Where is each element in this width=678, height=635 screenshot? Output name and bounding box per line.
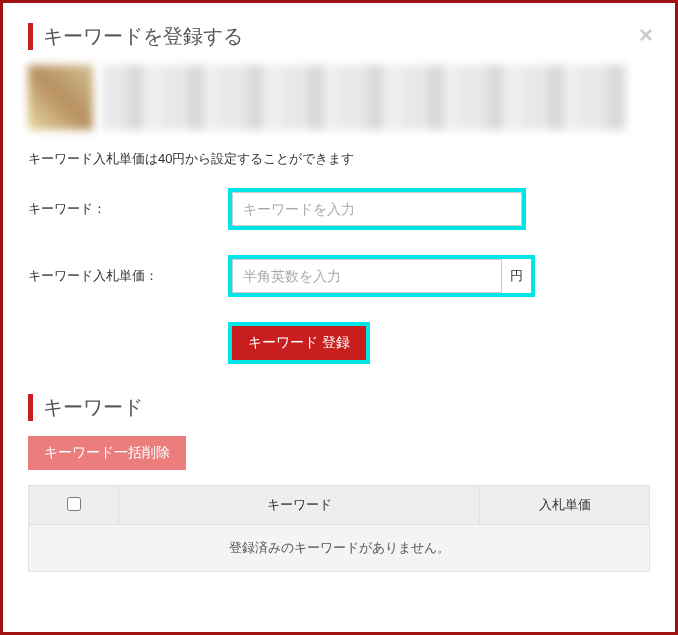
submit-button[interactable]: キーワード 登録 [232,326,366,360]
list-title: キーワード [28,394,650,421]
select-all-checkbox[interactable] [67,497,81,511]
keyword-input[interactable] [232,192,522,226]
table-header-row: キーワード 入札単価 [29,486,650,525]
bid-column-header: 入札単価 [480,486,650,525]
keyword-highlight [228,188,526,230]
keyword-label: キーワード： [28,200,228,218]
blurred-text [103,65,628,130]
info-text: キーワード入札単価は40円から設定することができます [28,150,650,168]
submit-highlight: キーワード 登録 [228,322,370,364]
bid-input[interactable] [232,259,502,293]
bid-label: キーワード入札単価： [28,267,228,285]
blurred-thumbnail [28,65,93,130]
empty-message: 登録済みのキーワードがありません。 [29,525,650,572]
keyword-list-section: キーワード キーワード一括削除 キーワード 入札単価 登録済みのキーワードがあり… [28,394,650,572]
bid-row: キーワード入札単価： 円 [28,255,650,297]
bid-highlight: 円 [228,255,535,297]
keyword-table: キーワード 入札単価 登録済みのキーワードがありません。 [28,485,650,572]
delete-all-button[interactable]: キーワード一括削除 [28,436,186,470]
keyword-row: キーワード： [28,188,650,230]
modal-container: × キーワードを登録する キーワード入札単価は40円から設定することができます … [0,0,678,635]
select-all-header [29,486,119,525]
submit-row: キーワード 登録 [228,322,650,364]
keyword-column-header: キーワード [119,486,480,525]
close-icon[interactable]: × [639,21,653,49]
modal-title: キーワードを登録する [28,23,650,50]
empty-row: 登録済みのキーワードがありません。 [29,525,650,572]
blurred-preview [28,65,628,135]
bid-unit: 円 [502,267,531,285]
